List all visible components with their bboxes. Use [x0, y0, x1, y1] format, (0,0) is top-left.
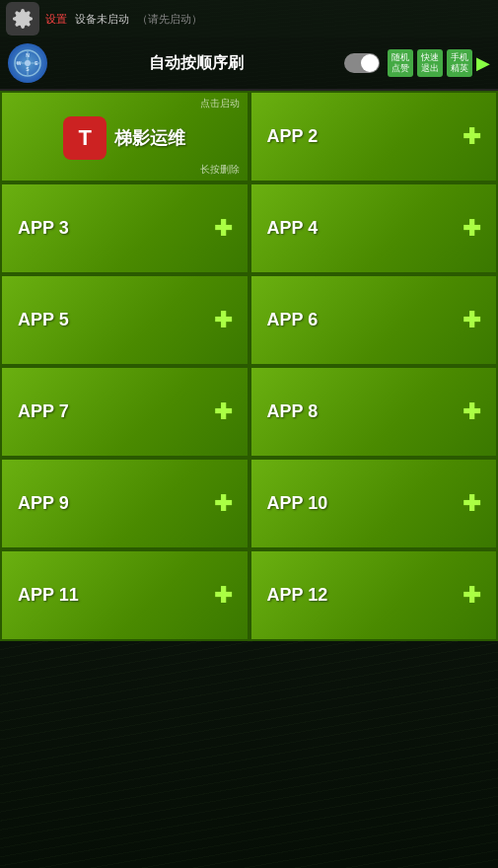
- header-title: 自动按顺序刷: [55, 53, 336, 74]
- toggle-knob: [361, 54, 379, 72]
- app10-add-icon: ✚: [462, 493, 480, 515]
- top-link-settings[interactable]: 设置: [45, 12, 67, 27]
- app8-label: APP 8: [267, 401, 319, 422]
- app-cell-2[interactable]: APP 2 ✚: [249, 91, 499, 182]
- top-link-status: 设备未启动: [75, 12, 129, 27]
- fast-exit-button[interactable]: 快速 退出: [417, 49, 443, 77]
- top-bar: 设置 设备未启动 （请先启动）: [0, 0, 498, 37]
- app-cell-7[interactable]: APP 7 ✚: [0, 366, 249, 458]
- app12-label: APP 12: [267, 585, 328, 606]
- app-cell-3[interactable]: APP 3 ✚: [0, 182, 249, 274]
- bottom-background: [0, 641, 498, 868]
- settings-button[interactable]: [6, 2, 39, 36]
- app7-label: APP 7: [18, 401, 69, 422]
- app-cell-8[interactable]: APP 8 ✚: [249, 366, 499, 458]
- app5-label: APP 5: [18, 310, 69, 330]
- app8-add-icon: ✚: [462, 401, 480, 423]
- app3-label: APP 3: [18, 218, 69, 239]
- random-like-button[interactable]: 随机 点赞: [388, 49, 413, 77]
- svg-text:S: S: [26, 66, 30, 72]
- app11-label: APP 11: [18, 585, 79, 606]
- app10-label: APP 10: [267, 493, 328, 514]
- app5-add-icon: ✚: [214, 310, 232, 331]
- app4-add-icon: ✚: [462, 218, 480, 240]
- app9-add-icon: ✚: [214, 493, 232, 515]
- app12-add-icon: ✚: [462, 585, 480, 607]
- app7-add-icon: ✚: [214, 401, 232, 423]
- rain-overlay: [0, 641, 498, 868]
- app-cell-featured[interactable]: 点击启动 T 梯影运维 长按删除: [0, 91, 249, 182]
- phone-elite-button[interactable]: 手机 精英: [447, 49, 472, 77]
- play-button[interactable]: ▶: [476, 52, 490, 74]
- app11-add-icon: ✚: [214, 585, 232, 607]
- featured-app-label: 梯影运维: [114, 126, 185, 150]
- top-link-hint: （请先启动）: [137, 12, 202, 27]
- header-icons: 随机 点赞 快速 退出 手机 精英 ▶: [388, 49, 490, 77]
- app6-add-icon: ✚: [462, 310, 480, 331]
- app-grid: 点击启动 T 梯影运维 长按删除 APP 2 ✚ APP 3 ✚ APP 4 ✚: [0, 89, 498, 641]
- compass-icon: N S W E: [8, 43, 47, 83]
- app9-label: APP 9: [18, 493, 69, 514]
- app-cell-9[interactable]: APP 9 ✚: [0, 458, 249, 549]
- app-cell-11[interactable]: APP 11 ✚: [0, 549, 249, 641]
- svg-text:W: W: [17, 60, 22, 66]
- app4-label: APP 4: [267, 218, 319, 239]
- app2-add-icon: ✚: [462, 126, 480, 148]
- top-links: 设置 设备未启动 （请先启动）: [45, 12, 202, 27]
- app2-label: APP 2: [267, 126, 319, 147]
- app-cell-12[interactable]: APP 12 ✚: [249, 549, 499, 641]
- app-cell-5[interactable]: APP 5 ✚: [0, 274, 249, 366]
- app-cell-10[interactable]: APP 10 ✚: [249, 458, 499, 549]
- gear-icon: [12, 8, 34, 30]
- app6-label: APP 6: [267, 310, 319, 330]
- app-cell-6[interactable]: APP 6 ✚: [249, 274, 499, 366]
- featured-long-hint: 长按删除: [10, 163, 240, 177]
- featured-click-hint: 点击启动: [10, 97, 240, 110]
- svg-text:N: N: [26, 52, 30, 58]
- app3-add-icon: ✚: [214, 218, 232, 240]
- auto-toggle[interactable]: [344, 53, 380, 73]
- featured-icon-area: T 梯影运维: [10, 112, 240, 163]
- ti-app-icon: T: [63, 116, 107, 160]
- app-cell-4[interactable]: APP 4 ✚: [249, 182, 499, 274]
- header-row: N S W E 自动按顺序刷 随机 点赞 快速 退出 手机 精英 ▶: [0, 37, 498, 89]
